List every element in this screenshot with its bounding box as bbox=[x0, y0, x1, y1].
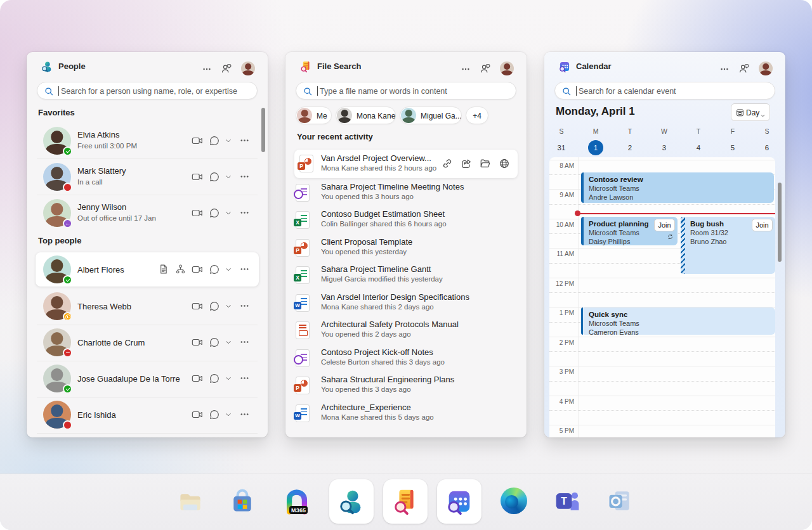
chevron-down-icon[interactable] bbox=[224, 209, 233, 220]
video-call-icon[interactable] bbox=[192, 207, 203, 221]
person-row[interactable]: Elvia Atkins Free until 3:00 PM bbox=[36, 123, 259, 159]
filter-chip-me[interactable]: Me bbox=[296, 107, 332, 124]
teams-icon[interactable]: T bbox=[554, 487, 582, 517]
calendar-app-card[interactable] bbox=[437, 479, 481, 524]
open-folder-icon[interactable] bbox=[480, 158, 491, 172]
filter-chip-more[interactable]: +4 bbox=[466, 107, 488, 124]
more-options-icon[interactable] bbox=[239, 135, 250, 148]
chevron-down-icon[interactable] bbox=[224, 172, 233, 184]
user-avatar[interactable] bbox=[241, 61, 255, 75]
file-row[interactable]: Van Arsdel Interior Design Specification… bbox=[296, 290, 516, 318]
edge-browser-icon[interactable] bbox=[501, 488, 527, 514]
user-avatar[interactable] bbox=[500, 61, 514, 75]
chat-icon[interactable] bbox=[209, 264, 220, 278]
document-icon[interactable] bbox=[158, 264, 169, 277]
video-call-icon[interactable] bbox=[192, 171, 203, 185]
more-options-icon[interactable] bbox=[461, 64, 471, 77]
scrollbar[interactable] bbox=[261, 108, 265, 152]
microsoft-store-icon[interactable] bbox=[228, 487, 256, 517]
calendar-search-input[interactable]: Search for a calendar event bbox=[554, 82, 775, 100]
chevron-down-icon[interactable] bbox=[224, 410, 233, 422]
chevron-down-icon[interactable] bbox=[224, 136, 233, 148]
video-call-icon[interactable] bbox=[192, 301, 203, 314]
user-avatar[interactable] bbox=[759, 61, 773, 75]
file-search-input[interactable]: Type a file name or words in content bbox=[296, 82, 516, 100]
file-title: Sahara Structural Engineering Plans bbox=[321, 375, 454, 384]
event-contoso-review[interactable]: Contoso review Microsoft Teams Andre Law… bbox=[581, 172, 774, 203]
file-row[interactable]: Sahara Structural Engineering PlansYou o… bbox=[296, 372, 516, 400]
chat-icon[interactable] bbox=[209, 409, 220, 423]
half-hour-line bbox=[549, 292, 775, 293]
file-row[interactable]: Sahara Project Timeline GanttMiguel Garc… bbox=[296, 262, 516, 290]
file-row[interactable]: Contoso Project Kick-off NotesCeleste Bu… bbox=[296, 345, 516, 373]
share-icon[interactable] bbox=[461, 158, 472, 172]
m365-copilot-icon[interactable]: M365 bbox=[283, 487, 311, 517]
join-button[interactable]: Join bbox=[752, 219, 773, 231]
person-row[interactable]: Theresa Webb bbox=[36, 288, 259, 325]
more-options-icon[interactable] bbox=[239, 409, 250, 422]
file-row[interactable]: Contoso Budget Estimation SheetColin Bal… bbox=[296, 207, 516, 235]
person-row[interactable]: Jose Guadalupe De la Torre bbox=[36, 361, 259, 397]
chevron-down-icon[interactable] bbox=[224, 374, 233, 385]
chat-icon[interactable] bbox=[209, 135, 220, 149]
chevron-down-icon[interactable] bbox=[224, 265, 233, 276]
chat-icon[interactable] bbox=[209, 373, 220, 387]
date-cell[interactable]: 6 bbox=[759, 140, 775, 155]
date-cell[interactable]: 4 bbox=[691, 140, 706, 155]
join-button[interactable]: Join bbox=[654, 219, 675, 231]
more-options-icon[interactable] bbox=[239, 337, 250, 350]
copy-link-icon[interactable] bbox=[442, 158, 453, 172]
event-quick-sync[interactable]: Quick sync Microsoft Teams Cameron Evans bbox=[581, 307, 775, 335]
person-row[interactable]: Jenny Wilson Out of office until 17 Jan bbox=[36, 195, 259, 231]
feedback-icon[interactable] bbox=[480, 63, 491, 77]
event-product-planning[interactable]: Product planning Microsoft Teams Daisy P… bbox=[581, 217, 678, 245]
file-row[interactable]: Sahara Project Timeline Meeting NotesYou… bbox=[296, 179, 516, 207]
person-row-selected[interactable]: Albert Flores bbox=[36, 252, 259, 287]
org-chart-icon[interactable] bbox=[175, 264, 186, 277]
chat-icon[interactable] bbox=[209, 207, 220, 221]
person-row[interactable]: Eric Ishida bbox=[36, 397, 259, 433]
feedback-icon[interactable] bbox=[738, 63, 750, 77]
date-cell[interactable]: 5 bbox=[725, 140, 740, 155]
person-row[interactable]: Charlotte de Crum bbox=[36, 325, 259, 361]
more-options-icon[interactable] bbox=[239, 207, 250, 221]
people-search-input[interactable]: Search for a person using name, role, or… bbox=[37, 82, 258, 100]
chat-icon[interactable] bbox=[209, 337, 220, 351]
hour-line bbox=[549, 160, 775, 160]
date-cell[interactable]: 3 bbox=[657, 140, 672, 155]
file-row[interactable]: Architecture_ExperienceMona Kane shared … bbox=[296, 400, 516, 428]
video-call-icon[interactable] bbox=[192, 373, 203, 387]
chevron-down-icon[interactable] bbox=[224, 302, 233, 313]
more-options-icon[interactable] bbox=[239, 264, 250, 277]
people-app-card[interactable] bbox=[329, 479, 374, 524]
video-call-icon[interactable] bbox=[192, 409, 203, 423]
more-options-icon[interactable] bbox=[239, 373, 250, 386]
file-search-app-card[interactable] bbox=[383, 479, 428, 524]
view-selector-button[interactable]: Day bbox=[731, 103, 770, 121]
more-options-icon[interactable] bbox=[239, 171, 250, 184]
filter-chip-miguel[interactable]: Miguel Ga... bbox=[400, 107, 462, 124]
file-row-selected[interactable]: Van Arsdel Project Overview... Mona Kane… bbox=[294, 150, 518, 178]
event-bug-bush[interactable]: Bug bush Room 31/32 Bruno Zhao Join bbox=[681, 217, 775, 274]
chevron-down-icon[interactable] bbox=[224, 338, 233, 349]
more-options-icon[interactable] bbox=[719, 64, 730, 77]
date-cell[interactable]: 31 bbox=[554, 140, 569, 155]
person-row[interactable]: Mark Slattery In a call bbox=[36, 159, 259, 195]
chat-icon[interactable] bbox=[209, 171, 220, 185]
outlook-icon[interactable] bbox=[606, 487, 634, 517]
file-row[interactable]: Architectural Safety Protocols ManualYou… bbox=[296, 317, 516, 345]
feedback-icon[interactable] bbox=[221, 63, 232, 77]
more-options-icon[interactable] bbox=[202, 64, 212, 77]
date-cell[interactable]: 2 bbox=[622, 140, 638, 155]
chat-icon[interactable] bbox=[209, 301, 220, 314]
file-row[interactable]: Client Proposal TemplateYou opened this … bbox=[296, 235, 516, 262]
open-in-browser-icon[interactable] bbox=[499, 158, 510, 172]
video-call-icon[interactable] bbox=[192, 264, 203, 278]
filter-chip-mona[interactable]: Mona Kane bbox=[336, 107, 396, 124]
video-call-icon[interactable] bbox=[192, 337, 203, 351]
date-cell-selected[interactable]: 1 bbox=[588, 140, 603, 155]
scrollbar[interactable] bbox=[778, 183, 782, 262]
file-explorer-icon[interactable] bbox=[176, 488, 204, 519]
more-options-icon[interactable] bbox=[239, 301, 250, 314]
video-call-icon[interactable] bbox=[192, 135, 203, 149]
